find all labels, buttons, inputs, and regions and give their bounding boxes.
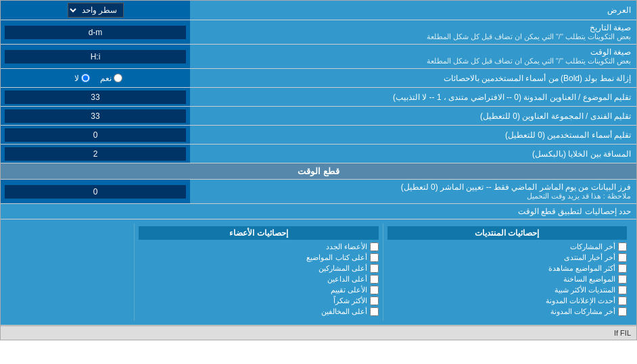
time-format-input-wrap: H:i bbox=[1, 45, 190, 68]
cb-popular-forums-label: المنتديات الأكثر شبية bbox=[555, 286, 615, 294]
cb-forum-news: أخر أخبار المنتدى bbox=[387, 253, 627, 262]
main-container: العرض سطر واحدسطرينثلاثة أسطر صيغة التار… bbox=[0, 0, 637, 340]
cb-top-violators-label: أعلى المخالفين bbox=[321, 307, 367, 316]
cb-top-writers: أعلى كتاب المواضيع bbox=[139, 253, 378, 262]
checkboxes-area: إحصائيات المنتديات أخر المشاركات أخر أخب… bbox=[1, 219, 636, 326]
cb-latest-ads-input[interactable] bbox=[618, 296, 627, 305]
radio-yes[interactable] bbox=[114, 74, 122, 82]
radio-no-text: لا bbox=[74, 74, 79, 83]
cb-most-viewed-input[interactable] bbox=[618, 264, 627, 273]
username-trim-label: تقليم أسماء المستخدمين (0 للتعطيل) bbox=[190, 126, 636, 144]
top-row-label: العرض bbox=[190, 3, 636, 18]
date-format-input[interactable]: d-m bbox=[5, 26, 186, 39]
cb-most-viewed: أكثر المواضيع مشاهدة bbox=[387, 264, 627, 273]
bold-radio-group: نعم لا bbox=[66, 74, 124, 83]
cb-new-members-input[interactable] bbox=[370, 242, 379, 251]
forum-addr-label-line1: تقليم الفندى / المجموعة العناوين (0 للتع… bbox=[480, 111, 631, 121]
bold-remove-radio-wrap: نعم لا bbox=[1, 69, 190, 87]
cb-top-callers: أعلى الداعين bbox=[139, 275, 378, 284]
cb-top-posters-label: أعلى المشاركين bbox=[318, 264, 367, 273]
cell-space-label-line1: المسافة بين الخلايا (بالبكسل) bbox=[532, 149, 631, 159]
cb-most-viewed-label: أكثر المواضيع مشاهدة bbox=[548, 264, 615, 273]
top-row-input: سطر واحدسطرينثلاثة أسطر bbox=[1, 1, 190, 20]
bottom-text: If FIL bbox=[614, 329, 631, 337]
time-cut-label-line2: ملاحظة : هذا قد يزيد وقت التحميل bbox=[401, 192, 631, 201]
checkbox-col-members: إحصائيات الأعضاء الأعضاء الجدد أعلى كتاب… bbox=[135, 224, 383, 321]
top-row: العرض سطر واحدسطرينثلاثة أسطر bbox=[1, 1, 636, 20]
cb-last-posts-input[interactable] bbox=[618, 242, 627, 251]
cb-hot-topics: المواضيع الساخنة bbox=[387, 275, 627, 284]
topic-addr-label: تقليم الموضوع / العناوين المدونة (0 -- ا… bbox=[190, 88, 636, 106]
time-cut-row: فرز البيانات من يوم الماشر الماضي فقط --… bbox=[1, 180, 636, 204]
cb-hot-topics-input[interactable] bbox=[618, 275, 627, 284]
cb-most-thanks-input[interactable] bbox=[370, 296, 379, 305]
forum-addr-label: تقليم الفندى / المجموعة العناوين (0 للتع… bbox=[190, 107, 636, 125]
time-cut-label: فرز البيانات من يوم الماشر الماضي فقط --… bbox=[190, 180, 636, 203]
cb-top-posters-input[interactable] bbox=[370, 264, 379, 273]
time-format-label-line2: بعض التكوينات يتطلب "/" التي يمكن ان تضا… bbox=[427, 57, 631, 66]
radio-yes-text: نعم bbox=[100, 74, 112, 83]
cell-space-row: المسافة بين الخلايا (بالبكسل) 2 bbox=[1, 145, 636, 163]
cb-top-rated-input[interactable] bbox=[370, 286, 379, 294]
date-format-label-line2: بعض التكوينات يتطلب "/" التي يمكن ان تضا… bbox=[427, 32, 631, 41]
bold-remove-row: إزالة نمط بولد (Bold) من أسماء المستخدمي… bbox=[1, 69, 636, 88]
date-format-label-line1: صيغة التاريخ bbox=[427, 23, 631, 32]
date-format-label: صيغة التاريخ بعض التكوينات يتطلب "/" الت… bbox=[190, 20, 636, 44]
cb-top-violators-input[interactable] bbox=[370, 307, 379, 316]
username-trim-label-line1: تقليم أسماء المستخدمين (0 للتعطيل) bbox=[505, 130, 631, 140]
time-cut-input-wrap: 0 bbox=[1, 180, 190, 203]
forum-addr-input-wrap: 33 bbox=[1, 107, 190, 125]
cb-top-violators: أعلى المخالفين bbox=[139, 307, 378, 316]
topic-addr-row: تقليم الموضوع / العناوين المدونة (0 -- ا… bbox=[1, 88, 636, 107]
limit-label: حدد إحصاليات لتطبيق قطع الوقت bbox=[518, 207, 631, 216]
cb-top-writers-label: أعلى كتاب المواضيع bbox=[306, 253, 367, 262]
username-trim-input[interactable]: 0 bbox=[5, 128, 186, 142]
time-cut-section-title: قطع الوقت bbox=[1, 163, 636, 180]
radio-yes-label[interactable]: نعم bbox=[100, 74, 124, 83]
cb-latest-ads-label: أحدث الإعلانات المدونة bbox=[546, 296, 615, 305]
limit-row: حدد إحصاليات لتطبيق قطع الوقت bbox=[1, 204, 636, 219]
radio-no[interactable] bbox=[81, 74, 90, 82]
cb-new-members-label: الأعضاء الجدد bbox=[326, 242, 367, 251]
forum-addr-input[interactable]: 33 bbox=[5, 109, 186, 123]
member-stats-header: إحصائيات الأعضاء bbox=[139, 226, 378, 240]
cb-top-callers-input[interactable] bbox=[370, 275, 379, 284]
cb-last-posts: أخر المشاركات bbox=[387, 242, 627, 251]
cb-hot-topics-label: المواضيع الساخنة bbox=[563, 275, 615, 284]
radio-no-label[interactable]: لا bbox=[74, 74, 92, 83]
checkbox-col-forums: إحصائيات المنتديات أخر المشاركات أخر أخب… bbox=[383, 224, 631, 321]
time-cut-input[interactable]: 0 bbox=[5, 185, 186, 199]
cb-latest-ads: أحدث الإعلانات المدونة bbox=[387, 296, 627, 305]
date-format-row: صيغة التاريخ بعض التكوينات يتطلب "/" الت… bbox=[1, 20, 636, 45]
forum-addr-row: تقليم الفندى / المجموعة العناوين (0 للتع… bbox=[1, 107, 636, 126]
checkboxes-grid: إحصائيات المنتديات أخر المشاركات أخر أخب… bbox=[6, 224, 631, 321]
cell-space-input-wrap: 2 bbox=[1, 145, 190, 163]
cb-top-writers-input[interactable] bbox=[370, 253, 379, 262]
cb-new-members: الأعضاء الجدد bbox=[139, 242, 378, 251]
bottom-text-row: If FIL bbox=[1, 326, 636, 340]
cb-most-thanks: الأكثر شكراً bbox=[139, 296, 378, 305]
cb-top-rated: الأعلى تقييم bbox=[139, 286, 378, 294]
cell-space-label: المسافة بين الخلايا (بالبكسل) bbox=[190, 145, 636, 163]
forum-stats-header: إحصائيات المنتديات bbox=[387, 226, 627, 240]
topic-addr-input[interactable]: 33 bbox=[5, 90, 186, 104]
cb-popular-forums-input[interactable] bbox=[618, 286, 627, 294]
topic-addr-input-wrap: 33 bbox=[1, 88, 190, 106]
time-format-label: صيغة الوقت بعض التكوينات يتطلب "/" التي … bbox=[190, 45, 636, 68]
display-select[interactable]: سطر واحدسطرينثلاثة أسطر bbox=[68, 3, 124, 18]
checkbox-col-empty bbox=[6, 224, 135, 321]
time-format-input[interactable]: H:i bbox=[5, 50, 186, 63]
cb-blog-posts-input[interactable] bbox=[618, 307, 627, 316]
cb-blog-posts-label: أخر مشاركات المدونة bbox=[550, 307, 615, 316]
cb-forum-news-input[interactable] bbox=[618, 253, 627, 262]
cb-top-rated-label: الأعلى تقييم bbox=[331, 286, 367, 294]
time-cut-label-line1: فرز البيانات من يوم الماشر الماضي فقط --… bbox=[401, 182, 631, 192]
bold-remove-label-line1: إزالة نمط بولد (Bold) من أسماء المستخدمي… bbox=[444, 74, 631, 83]
cb-popular-forums: المنتديات الأكثر شبية bbox=[387, 286, 627, 294]
cb-top-posters: أعلى المشاركين bbox=[139, 264, 378, 273]
cb-top-callers-label: أعلى الداعين bbox=[327, 275, 367, 284]
date-format-input-wrap: d-m bbox=[1, 20, 190, 44]
cb-most-thanks-label: الأكثر شكراً bbox=[333, 296, 367, 305]
username-trim-input-wrap: 0 bbox=[1, 126, 190, 144]
cell-space-input[interactable]: 2 bbox=[5, 147, 186, 161]
